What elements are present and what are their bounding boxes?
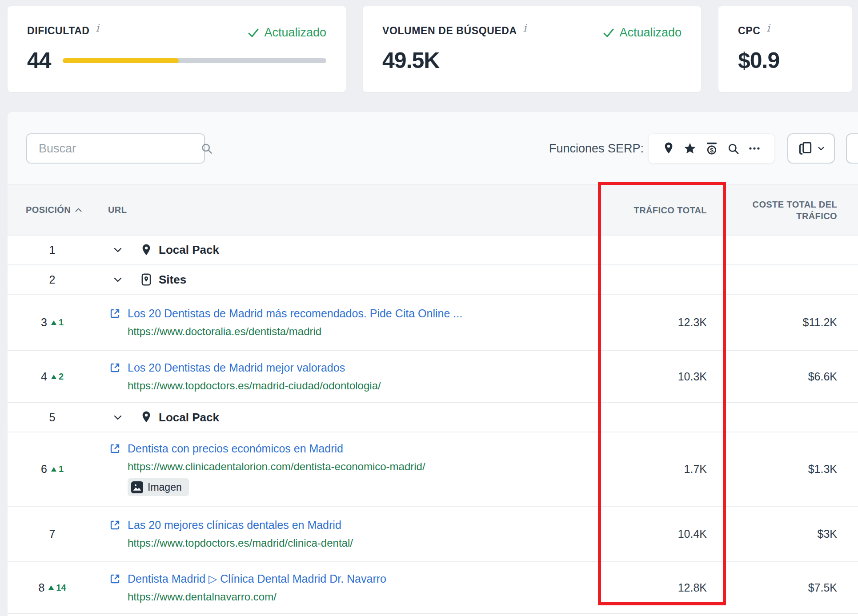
sites-icon [140,273,152,286]
local-pack-icon[interactable] [663,142,674,155]
sort-asc-icon [75,208,82,212]
header-position[interactable]: POSICIÓN [26,185,82,235]
position-cell: 3 1 [8,295,97,350]
header-cost[interactable]: COSTE TOTAL DEL TRÁFICO [725,185,852,235]
cost-value: $7.5K [725,562,852,613]
position-cell: 4 2 [8,351,97,402]
search-volume-value: 49.5K [382,48,439,73]
table-row: 5 Local Pack [8,403,858,432]
table-row: 2 Sites [8,265,858,295]
chevron-down-icon[interactable] [114,415,122,420]
ads-icon[interactable]: $ [706,142,718,155]
cost-value: $1.3K [725,432,852,506]
result-title-link[interactable]: Dentista con precios económicos en Madri… [128,442,343,455]
reviews-star-icon[interactable] [684,142,696,155]
status-badge: Actualizado [248,26,326,40]
result-url: https://www.clinicadentalorion.com/denti… [109,460,585,473]
rank-up-icon [51,467,56,472]
table-row: 4 2 Los 20 Dentistas de Madrid mejor val… [8,351,858,403]
result-title-link[interactable]: Los 20 Dentistas de Madrid mejor valorad… [128,361,345,374]
serp-features-label: Funciones SERP: [549,133,644,164]
cpc-card: CPC i $0.9 [718,6,852,92]
search-volume-label: VOLUMEN DE BÚSQUEDA [382,25,517,37]
position-cell: 7 [8,507,97,561]
search-volume-card: VOLUMEN DE BÚSQUEDA i Actualizado 49.5K [363,6,701,92]
table-row: 7 Las 20 mejores clínicas dentales en Ma… [8,507,858,562]
traffic-value: 10.3K [588,351,725,402]
difficulty-label: DIFICULTAD [27,25,90,37]
svg-text:$: $ [710,147,714,154]
check-icon [603,28,614,37]
external-link-icon[interactable] [109,519,121,531]
more-features-icon[interactable] [749,147,760,150]
search-icon [200,142,213,155]
result-title-link[interactable]: Las 20 mejores clínicas dentales en Madr… [128,519,341,532]
image-icon [131,481,143,493]
status-badge: Actualizado [603,26,682,40]
serp-group-label: Local Pack [159,243,219,257]
rank-change: 2 [51,372,64,382]
header-url[interactable]: URL [108,185,127,235]
difficulty-value: 44 [27,48,51,73]
traffic-value: 1.7K [588,432,725,506]
position-cell: 8 14 [8,562,97,613]
difficulty-progress-fill [63,58,179,63]
difficulty-progress-bar [63,58,326,63]
cost-value: $11.2K [725,295,852,350]
external-link-icon[interactable] [109,443,121,455]
info-icon[interactable]: i [523,22,526,34]
positions-panel: Funciones SERP: $ POSICIÓN URL TRÁFICO T… [8,112,858,616]
table-row: 6 1 Dentista con precios económicos en M… [8,432,858,507]
external-link-icon[interactable] [109,573,121,585]
traffic-value: 12.3K [588,295,725,350]
positions-table: POSICIÓN URL TRÁFICO TOTAL COSTE TOTAL D… [8,184,858,616]
rank-up-icon [48,585,54,590]
chevron-down-icon [818,147,824,151]
info-icon[interactable]: i [766,22,770,34]
table-row [8,614,858,616]
external-link-icon[interactable] [109,362,121,374]
table-row: 3 1 Los 20 Dentistas de Madrid más recom… [8,295,858,351]
chevron-down-icon[interactable] [114,277,122,282]
table-row: 8 14 Dentista Madrid ▷ Clínica Dental Ma… [8,562,858,614]
result-url: https://www.dentalnavarro.com/ [109,591,585,603]
result-title-link[interactable]: Dentista Madrid ▷ Clínica Dental Madrid … [128,572,386,585]
rank-change: 14 [48,583,66,593]
position-cell: 6 1 [8,432,97,506]
local-pack-icon [140,411,152,424]
copy-icon [798,140,814,156]
search-input[interactable] [27,142,200,156]
external-link-icon[interactable] [109,308,121,320]
traffic-value: 10.4K [588,507,725,561]
serp-group-label: Local Pack [159,411,219,424]
export-button-partial[interactable] [846,133,858,164]
result-url: https://www.topdoctors.es/madrid-ciudad/… [109,380,585,392]
serp-group-label: Sites [159,273,186,287]
serp-features-filter: $ [648,133,775,164]
rank-change: 1 [51,464,64,474]
header-traffic[interactable]: TRÁFICO TOTAL [588,185,725,235]
rank-up-icon [51,320,56,325]
copy-button[interactable] [787,133,835,164]
search-results-icon[interactable] [727,143,739,155]
info-icon[interactable]: i [96,22,99,34]
position-cell: 1 [8,236,97,264]
rank-up-icon [51,375,56,379]
check-icon [248,28,259,37]
position-cell: 2 [8,265,97,294]
result-title-link[interactable]: Los 20 Dentistas de Madrid más recomenda… [128,307,462,320]
rank-change: 1 [51,317,64,328]
local-pack-icon [140,244,152,257]
cost-value: $6.6K [725,351,852,402]
result-url: https://www.doctoralia.es/dentista/madri… [109,325,585,338]
table-row: 1 Local Pack [8,236,858,265]
search-box [26,133,205,164]
table-header: POSICIÓN URL TRÁFICO TOTAL COSTE TOTAL D… [8,184,858,236]
position-cell: 5 [8,403,97,432]
cpc-label: CPC [738,25,760,37]
cost-value: $3K [725,507,852,561]
result-url: https://www.topdoctors.es/madrid/clinica… [109,537,585,549]
chevron-down-icon[interactable] [114,248,122,252]
traffic-value: 12.8K [588,562,725,613]
difficulty-card: DIFICULTAD i Actualizado 44 [8,6,346,92]
